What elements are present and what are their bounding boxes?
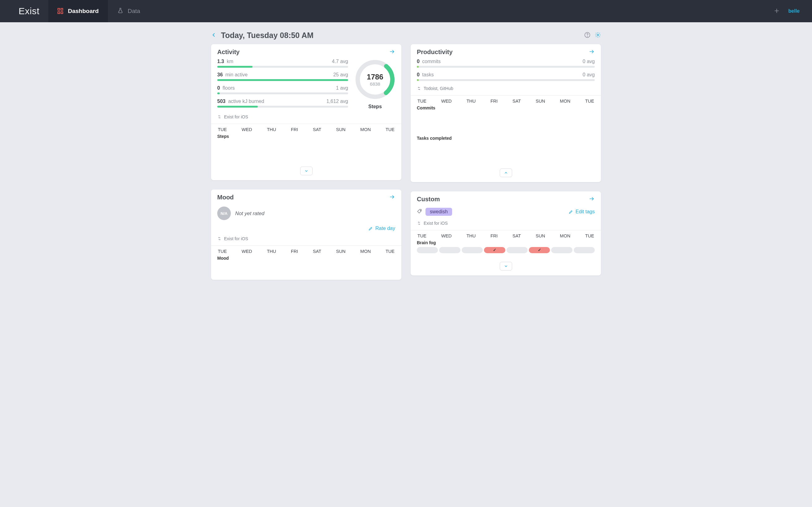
day-label: FRI — [491, 233, 498, 238]
svg-point-5 — [420, 210, 421, 211]
mood-status: Not yet rated — [235, 211, 264, 216]
brainfog-pill[interactable] — [529, 247, 550, 253]
day-label: SUN — [336, 127, 346, 132]
section-label-brainfog: Brain fog — [417, 240, 595, 245]
section-label-commits: Commits — [417, 105, 595, 110]
day-label: SAT — [313, 127, 321, 132]
mood-badge: N/A — [217, 207, 231, 220]
day-label: TUE — [386, 127, 395, 132]
day-label: THU — [267, 249, 276, 254]
day-label: MON — [360, 127, 371, 132]
card-title: Productivity — [417, 49, 453, 56]
rate-day-button[interactable]: Rate day — [217, 226, 395, 231]
card-open-icon[interactable] — [389, 49, 395, 56]
page-header: Today, Tuesday 08:50 AM — [211, 31, 601, 40]
nav-tab-dashboard[interactable]: Dashboard — [48, 0, 108, 22]
day-label: FRI — [291, 249, 298, 254]
brainfog-pill-row — [417, 247, 595, 253]
day-label: FRI — [291, 127, 298, 132]
tag-chip[interactable]: swedish — [425, 208, 452, 216]
settings-icon[interactable] — [595, 32, 601, 39]
section-label-steps: Steps — [217, 134, 395, 139]
tag-icon — [417, 209, 422, 215]
brand-logo[interactable]: Exist — [0, 0, 48, 22]
day-label: MON — [360, 249, 371, 254]
section-label-mood: Mood — [217, 256, 395, 261]
metric-row: 0 floors 1 avg — [217, 85, 348, 94]
metric-row: 0 tasks 0 avg — [417, 72, 595, 81]
card-productivity: Productivity 0 commits 0 avg 0 tasks 0 a… — [411, 44, 601, 182]
metric-row: 36 min active 25 avg — [217, 72, 348, 81]
data-source: Exist for iOS — [217, 236, 395, 241]
brainfog-pill[interactable] — [507, 247, 527, 253]
day-label: SAT — [512, 99, 521, 104]
data-source: Exist for iOS — [217, 114, 395, 119]
brainfog-pill[interactable] — [417, 247, 438, 253]
day-label: WED — [441, 99, 452, 104]
day-label: SUN — [336, 249, 346, 254]
day-label: THU — [466, 233, 476, 238]
card-open-icon[interactable] — [589, 196, 595, 203]
day-label: TUE — [417, 99, 426, 104]
day-label: THU — [267, 127, 276, 132]
svg-point-1 — [587, 36, 588, 37]
prev-day-button[interactable] — [211, 32, 217, 39]
card-open-icon[interactable] — [389, 194, 395, 201]
brainfog-pill[interactable] — [462, 247, 483, 253]
day-label: WED — [242, 249, 252, 254]
day-label: THU — [466, 99, 476, 104]
topbar: Exist Dashboard Data belle — [0, 0, 812, 22]
day-label: SUN — [536, 99, 545, 104]
day-label: TUE — [585, 233, 594, 238]
add-icon[interactable] — [774, 8, 780, 15]
expand-button[interactable] — [300, 167, 312, 175]
day-labels: TUEWEDTHUFRISATSUNMONTUE — [217, 249, 395, 254]
metric-row: 1.3 km 4.7 avg — [217, 59, 348, 68]
card-custom: Custom swedish — [411, 191, 601, 275]
day-labels: TUEWEDTHUFRISATSUNMONTUE — [417, 233, 595, 238]
brainfog-pill[interactable] — [551, 247, 572, 253]
day-label: SAT — [313, 249, 321, 254]
user-menu[interactable]: belle — [789, 8, 800, 14]
brainfog-pill[interactable] — [484, 247, 505, 253]
day-label: MON — [560, 99, 570, 104]
collapse-button[interactable] — [500, 168, 512, 177]
help-icon[interactable] — [584, 32, 591, 39]
day-label: TUE — [417, 233, 426, 238]
card-activity: Activity 1.3 km 4.7 avg 36 min active 25… — [211, 44, 401, 180]
card-title: Custom — [417, 196, 440, 203]
nav-tab-label: Data — [128, 8, 140, 14]
steps-bar-chart: ✓✓✓ — [217, 139, 395, 158]
steps-donut: 1786 6838 Steps — [355, 59, 395, 109]
data-source: Todoist, GitHub — [417, 86, 595, 91]
day-label: FRI — [491, 99, 498, 104]
day-label: SAT — [512, 233, 521, 238]
metric-row: 0 commits 0 avg — [417, 59, 595, 68]
commits-bar-chart — [417, 111, 595, 129]
brainfog-pill[interactable] — [439, 247, 460, 253]
edit-tags-button[interactable]: Edit tags — [568, 209, 595, 215]
nav-tab-label: Dashboard — [68, 8, 99, 14]
card-title: Mood — [217, 194, 234, 201]
section-label-tasks: Tasks completed — [417, 136, 595, 140]
metric-row: 503 active kJ burned 1,612 avg — [217, 99, 348, 108]
nav-tab-data[interactable]: Data — [108, 0, 149, 22]
card-mood: Mood N/A Not yet rated Rate day — [211, 189, 401, 280]
mood-bar-chart — [217, 261, 395, 274]
expand-button[interactable] — [500, 262, 512, 271]
flask-icon — [117, 7, 123, 15]
day-label: WED — [242, 127, 252, 132]
card-title: Activity — [217, 49, 240, 56]
day-label: TUE — [386, 249, 395, 254]
day-label: WED — [441, 233, 452, 238]
page-title: Today, Tuesday 08:50 AM — [221, 31, 313, 40]
day-label: SUN — [536, 233, 545, 238]
card-open-icon[interactable] — [589, 49, 595, 56]
brainfog-pill[interactable] — [574, 247, 595, 253]
day-labels: TUEWEDTHUFRISATSUNMONTUE — [417, 99, 595, 104]
svg-point-2 — [597, 34, 599, 36]
donut-value: 1786 — [367, 73, 383, 81]
day-label: TUE — [218, 127, 227, 132]
data-source: Exist for iOS — [417, 221, 595, 226]
tasks-bar-chart — [417, 141, 595, 160]
